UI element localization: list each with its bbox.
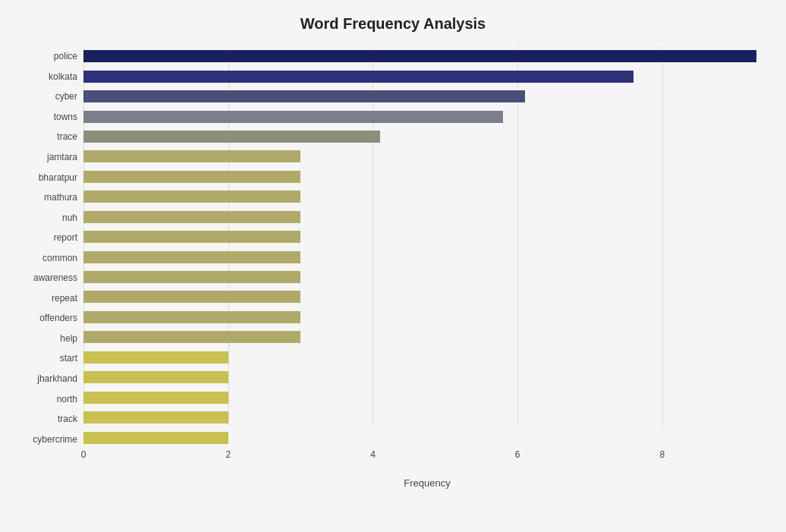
bar-row <box>83 389 771 406</box>
y-label: towns <box>54 109 77 125</box>
x-tick: 2 <box>225 449 231 460</box>
y-label: repeat <box>52 290 77 307</box>
bar-row <box>83 409 771 426</box>
bar <box>83 291 300 303</box>
chart-title: Word Frequency Analysis <box>15 15 771 33</box>
bar-row <box>83 430 771 446</box>
y-label: trace <box>57 128 77 145</box>
bar-row <box>83 309 771 326</box>
y-label: offenders <box>39 310 77 326</box>
bar-row <box>83 209 771 225</box>
bar-row <box>83 228 771 245</box>
plot-area: Frequency 02468 <box>83 46 771 472</box>
bar-row <box>83 48 771 65</box>
bar <box>83 331 300 343</box>
chart-area: policekolkatacybertownstracejamtarabhara… <box>15 46 771 472</box>
bar <box>83 311 300 323</box>
bar-row <box>83 329 771 345</box>
bar <box>83 190 300 203</box>
bar <box>83 411 228 423</box>
bar <box>83 351 228 364</box>
bar <box>83 131 380 143</box>
bar <box>83 171 300 183</box>
y-label: cybercrime <box>33 431 77 448</box>
y-label: bharatpur <box>39 169 77 186</box>
x-tick: 0 <box>81 449 86 460</box>
bar-row <box>83 109 771 125</box>
bar-row <box>83 88 771 105</box>
y-label: north <box>57 391 77 408</box>
y-label: cyber <box>55 88 77 105</box>
bar <box>83 150 300 162</box>
y-label: police <box>54 48 77 65</box>
y-label: common <box>42 250 77 266</box>
y-label: jharkhand <box>37 370 77 387</box>
chart-container: Word Frequency Analysis policekolkatacyb… <box>0 0 786 532</box>
bar-row <box>83 288 771 305</box>
bar <box>83 50 756 62</box>
x-tick: 4 <box>370 449 376 460</box>
y-label: report <box>54 229 77 246</box>
bar-row <box>83 269 771 285</box>
bar <box>83 432 228 444</box>
y-label: awareness <box>33 269 77 286</box>
bar-row <box>83 188 771 205</box>
bar <box>83 392 228 404</box>
bar <box>83 111 503 123</box>
x-axis: Frequency 02468 <box>83 449 771 472</box>
x-tick: 8 <box>660 449 665 460</box>
y-label: mathura <box>44 189 77 206</box>
bar-row <box>83 68 771 85</box>
bar <box>83 251 300 263</box>
y-label: track <box>58 411 77 427</box>
y-axis: policekolkatacybertownstracejamtarabhara… <box>15 46 83 472</box>
bar <box>83 90 525 102</box>
bar <box>83 271 300 283</box>
y-label: help <box>60 330 77 347</box>
bar-row <box>83 249 771 266</box>
y-label: nuh <box>62 209 77 226</box>
x-tick: 6 <box>515 449 520 460</box>
bar-row <box>83 349 771 366</box>
bar <box>83 71 634 83</box>
bar-row <box>83 128 771 145</box>
bar-row <box>83 148 771 165</box>
x-axis-label: Frequency <box>404 477 450 489</box>
y-label: kolkata <box>49 68 77 85</box>
y-label: jamtara <box>47 149 77 165</box>
bar <box>83 211 300 223</box>
bars-wrapper <box>83 46 771 448</box>
bar <box>83 371 228 383</box>
bar-row <box>83 168 771 185</box>
y-label: start <box>60 350 77 367</box>
bar-row <box>83 369 771 386</box>
bar <box>83 231 300 243</box>
